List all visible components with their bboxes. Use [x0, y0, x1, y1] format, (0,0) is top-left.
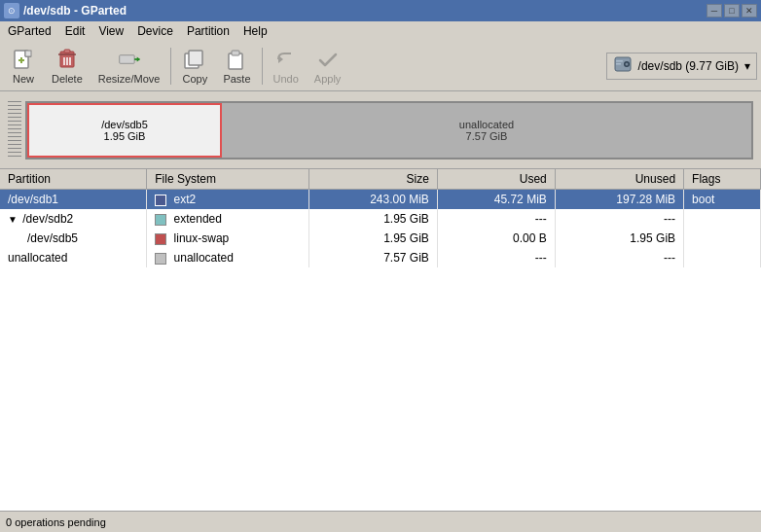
partition-visual-size: 1.95 GiB	[104, 130, 146, 142]
new-button[interactable]: New	[4, 44, 43, 89]
cell-size: 1.95 GiB	[308, 209, 437, 229]
new-icon	[12, 48, 35, 71]
cell-unused: ---	[555, 248, 683, 267]
device-dropdown-arrow: ▾	[744, 59, 750, 73]
disk-icon	[613, 54, 633, 77]
disk-visual: /dev/sdb5 1.95 GiB unallocated 7.57 GiB	[0, 91, 761, 169]
status-text: 0 operations pending	[6, 516, 106, 528]
cell-size: 1.95 GiB	[308, 229, 437, 248]
svg-marker-14	[136, 56, 139, 61]
svg-rect-16	[189, 51, 202, 65]
copy-button[interactable]: Copy	[175, 44, 214, 89]
partition-block-unallocated[interactable]: unallocated 7.57 GiB	[222, 103, 751, 158]
delete-icon	[55, 48, 79, 71]
menu-gparted[interactable]: GParted	[2, 23, 57, 39]
fs-dot-extended	[155, 214, 166, 226]
main-content: Partition File System Size Used Unused F…	[0, 169, 761, 511]
svg-rect-24	[616, 63, 621, 65]
disk-scale	[8, 101, 21, 160]
app-icon: ⊙	[4, 3, 19, 18]
cell-flags	[684, 248, 761, 267]
menu-help[interactable]: Help	[237, 23, 273, 39]
device-selector[interactable]: /dev/sdb (9.77 GiB) ▾	[606, 53, 757, 80]
copy-label: Copy	[183, 73, 208, 85]
apply-label: Apply	[314, 73, 342, 85]
cell-used: ---	[437, 248, 555, 267]
svg-point-22	[625, 63, 628, 66]
menu-edit[interactable]: Edit	[59, 23, 91, 39]
unallocated-size: 7.57 GiB	[466, 130, 508, 142]
col-unused: Unused	[555, 169, 683, 190]
fs-dot-swap	[155, 233, 166, 245]
title-bar-controls: ─ □ ✕	[707, 4, 757, 18]
resize-button[interactable]: Resize/Move	[91, 44, 167, 89]
cell-unused: 197.28 MiB	[555, 190, 683, 210]
toolbar-separator-1	[170, 48, 171, 85]
svg-rect-8	[64, 50, 70, 53]
undo-button[interactable]: Undo	[267, 44, 306, 89]
col-flags: Flags	[684, 169, 761, 190]
svg-rect-23	[616, 60, 623, 62]
cell-size: 243.00 MiB	[308, 190, 437, 210]
minimize-button[interactable]: ─	[707, 4, 722, 18]
svg-rect-12	[119, 54, 133, 63]
paste-button[interactable]: Paste	[216, 44, 257, 89]
cell-partition: /dev/sdb1	[0, 190, 147, 210]
cell-size: 7.57 GiB	[308, 248, 437, 267]
maximize-button[interactable]: □	[724, 4, 740, 18]
window-title: /dev/sdb - GParted	[23, 4, 127, 18]
cell-flags	[684, 209, 761, 229]
cell-partition: ▼ /dev/sdb2	[0, 209, 147, 229]
device-label: /dev/sdb (9.77 GiB)	[638, 59, 739, 73]
apply-icon	[316, 48, 340, 71]
delete-button[interactable]: Delete	[45, 44, 90, 89]
cell-unused: 1.95 GiB	[555, 229, 683, 248]
svg-rect-18	[232, 51, 239, 55]
paste-label: Paste	[223, 73, 250, 85]
table-header-row: Partition File System Size Used Unused F…	[0, 169, 761, 190]
cell-flags: boot	[684, 190, 761, 210]
col-filesystem: File System	[147, 169, 308, 190]
cell-unused: ---	[555, 209, 683, 229]
cell-filesystem: unallocated	[147, 248, 308, 267]
table-row[interactable]: ▼ /dev/sdb2 extended 1.95 GiB --- ---	[0, 209, 761, 229]
cell-used: 45.72 MiB	[437, 190, 555, 210]
copy-icon	[183, 48, 206, 71]
cell-used: 0.00 B	[437, 229, 555, 248]
resize-label: Resize/Move	[98, 73, 161, 85]
partition-block-sdb5[interactable]: /dev/sdb5 1.95 GiB	[27, 103, 222, 158]
new-label: New	[13, 73, 34, 85]
col-used: Used	[437, 169, 555, 190]
svg-marker-19	[278, 55, 283, 63]
partition-table: Partition File System Size Used Unused F…	[0, 169, 761, 267]
delete-label: Delete	[52, 73, 83, 85]
menu-partition[interactable]: Partition	[181, 23, 236, 39]
svg-rect-3	[25, 51, 31, 56]
col-size: Size	[308, 169, 437, 190]
unallocated-label: unallocated	[459, 119, 514, 130]
expand-icon[interactable]: ▼	[8, 214, 18, 225]
undo-icon	[274, 48, 298, 71]
menu-view[interactable]: View	[92, 23, 129, 39]
menu-device[interactable]: Device	[131, 23, 179, 39]
partition-table-wrapper: Partition File System Size Used Unused F…	[0, 169, 761, 511]
cell-filesystem: extended	[147, 209, 308, 229]
resize-icon	[118, 48, 141, 71]
col-partition: Partition	[0, 169, 147, 190]
cell-partition: unallocated	[0, 248, 147, 267]
title-bar-left: ⊙ /dev/sdb - GParted	[4, 3, 127, 18]
table-row[interactable]: /dev/sdb5 linux-swap 1.95 GiB 0.00 B 1.9…	[0, 229, 761, 248]
status-bar: 0 operations pending	[0, 511, 761, 532]
toolbar-separator-2	[262, 48, 263, 85]
apply-button[interactable]: Apply	[308, 44, 348, 89]
toolbar: New Delete Resize/Move	[0, 41, 761, 91]
cell-flags	[684, 229, 761, 248]
close-button[interactable]: ✕	[742, 4, 757, 18]
cell-partition: /dev/sdb5	[0, 229, 147, 248]
paste-icon	[225, 48, 248, 71]
menubar: GParted Edit View Device Partition Help	[0, 21, 761, 41]
table-row[interactable]: /dev/sdb1 ext2 243.00 MiB 45.72 MiB 197.…	[0, 190, 761, 210]
table-row[interactable]: unallocated unallocated 7.57 GiB --- ---	[0, 248, 761, 267]
fs-dot-unallocated	[155, 253, 166, 265]
partition-bar: /dev/sdb5 1.95 GiB unallocated 7.57 GiB	[25, 101, 753, 160]
